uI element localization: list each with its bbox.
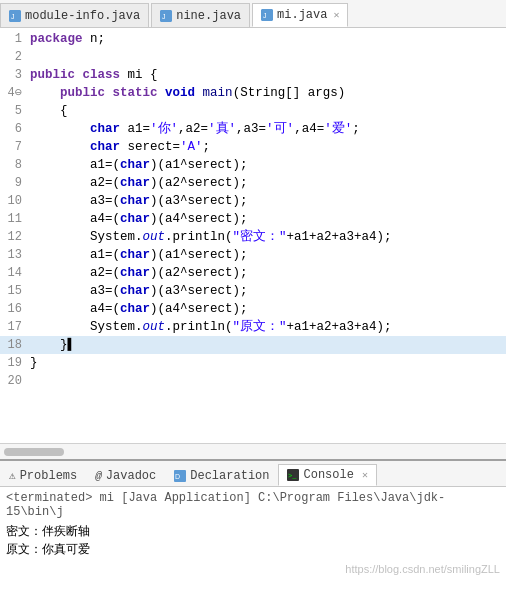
tab-nine[interactable]: J nine.java bbox=[151, 3, 250, 27]
tab-javadoc-label: Javadoc bbox=[106, 469, 156, 483]
line-content-18: }▌ bbox=[30, 336, 506, 354]
tab-declaration[interactable]: D Declaration bbox=[165, 464, 278, 486]
line-content-14: a2=(char)(a2^serect); bbox=[30, 264, 506, 282]
line-num-17: 17 bbox=[0, 318, 30, 336]
svg-text:J: J bbox=[11, 13, 15, 20]
code-line-1: 1 package n; bbox=[0, 30, 506, 48]
line-num-9: 9 bbox=[0, 174, 30, 192]
line-content-2 bbox=[30, 48, 506, 66]
code-line-12: 12 System.out.println("密文："+a1+a2+a3+a4)… bbox=[0, 228, 506, 246]
line-content-12: System.out.println("密文："+a1+a2+a3+a4); bbox=[30, 228, 506, 246]
line-num-20: 20 bbox=[0, 372, 30, 390]
line-num-5: 5 bbox=[0, 102, 30, 120]
line-num-15: 15 bbox=[0, 282, 30, 300]
console-icon: >_ bbox=[287, 469, 299, 481]
code-line-5: 5 { bbox=[0, 102, 506, 120]
code-line-19: 19 } bbox=[0, 354, 506, 372]
code-area: 1 package n; 2 3 public class mi { 4⊖ pu… bbox=[0, 28, 506, 392]
horizontal-scrollbar[interactable] bbox=[0, 443, 506, 459]
declaration-icon: D bbox=[174, 470, 186, 482]
line-num-8: 8 bbox=[0, 156, 30, 174]
bottom-panel: ⚠ Problems @ Javadoc D Declaration >_ Co… bbox=[0, 459, 506, 599]
line-content-19: } bbox=[30, 354, 506, 372]
bottom-tab-bar: ⚠ Problems @ Javadoc D Declaration >_ Co… bbox=[0, 461, 506, 487]
tab-mi[interactable]: J mi.java ✕ bbox=[252, 3, 348, 27]
tab-mi-close[interactable]: ✕ bbox=[333, 9, 339, 21]
code-line-4: 4⊖ public static void main(String[] args… bbox=[0, 84, 506, 102]
tab-problems-label: Problems bbox=[20, 469, 78, 483]
output-line-1: 密文：伴疾断轴 bbox=[6, 523, 500, 541]
code-line-16: 16 a4=(char)(a4^serect); bbox=[0, 300, 506, 318]
line-content-7: char serect='A'; bbox=[30, 138, 506, 156]
code-editor: 1 package n; 2 3 public class mi { 4⊖ pu… bbox=[0, 28, 506, 443]
code-line-15: 15 a3=(char)(a3^serect); bbox=[0, 282, 506, 300]
line-num-16: 16 bbox=[0, 300, 30, 318]
java-file-icon: J bbox=[9, 10, 21, 22]
code-line-3: 3 public class mi { bbox=[0, 66, 506, 84]
code-line-11: 11 a4=(char)(a4^serect); bbox=[0, 210, 506, 228]
tab-module-info-label: module-info.java bbox=[25, 9, 140, 23]
tab-console[interactable]: >_ Console ✕ bbox=[278, 464, 376, 486]
line-content-1: package n; bbox=[30, 30, 506, 48]
line-content-6: char a1='你',a2='真',a3='可',a4='爱'; bbox=[30, 120, 506, 138]
tab-problems[interactable]: ⚠ Problems bbox=[0, 464, 86, 486]
line-num-13: 13 bbox=[0, 246, 30, 264]
svg-text:J: J bbox=[162, 13, 166, 20]
code-line-7: 7 char serect='A'; bbox=[0, 138, 506, 156]
line-content-8: a1=(char)(a1^serect); bbox=[30, 156, 506, 174]
line-content-16: a4=(char)(a4^serect); bbox=[30, 300, 506, 318]
javadoc-icon: @ bbox=[95, 470, 102, 482]
line-num-18: 18 bbox=[0, 336, 30, 354]
tab-console-label: Console bbox=[303, 468, 353, 482]
line-num-3: 3 bbox=[0, 66, 30, 84]
tab-mi-label: mi.java bbox=[277, 8, 327, 22]
tab-console-close[interactable]: ✕ bbox=[362, 469, 368, 481]
code-line-14: 14 a2=(char)(a2^serect); bbox=[0, 264, 506, 282]
watermark: https://blog.csdn.net/smilingZLL bbox=[6, 563, 500, 575]
line-num-11: 11 bbox=[0, 210, 30, 228]
terminated-line: <terminated> mi [Java Application] C:\Pr… bbox=[6, 491, 500, 519]
line-num-10: 10 bbox=[0, 192, 30, 210]
editor-tab-bar: J module-info.java J nine.java J mi.java… bbox=[0, 0, 506, 28]
java-file-icon-2: J bbox=[160, 10, 172, 22]
tab-javadoc[interactable]: @ Javadoc bbox=[86, 464, 165, 486]
line-content-11: a4=(char)(a4^serect); bbox=[30, 210, 506, 228]
line-num-14: 14 bbox=[0, 264, 30, 282]
line-content-5: { bbox=[30, 102, 506, 120]
line-num-1: 1 bbox=[0, 30, 30, 48]
svg-text:J: J bbox=[263, 12, 267, 19]
line-num-7: 7 bbox=[0, 138, 30, 156]
code-line-17: 17 System.out.println("原文："+a1+a2+a3+a4)… bbox=[0, 318, 506, 336]
code-line-10: 10 a3=(char)(a3^serect); bbox=[0, 192, 506, 210]
tab-module-info[interactable]: J module-info.java bbox=[0, 3, 149, 27]
line-content-4: public static void main(String[] args) bbox=[30, 84, 506, 102]
line-content-20 bbox=[30, 372, 506, 390]
output-line-2: 原文：你真可爱 bbox=[6, 541, 500, 559]
tab-declaration-label: Declaration bbox=[190, 469, 269, 483]
code-line-2: 2 bbox=[0, 48, 506, 66]
code-line-9: 9 a2=(char)(a2^serect); bbox=[0, 174, 506, 192]
svg-text:D: D bbox=[175, 473, 180, 480]
line-content-10: a3=(char)(a3^serect); bbox=[30, 192, 506, 210]
line-num-2: 2 bbox=[0, 48, 30, 66]
svg-text:>_: >_ bbox=[288, 472, 297, 480]
code-line-6: 6 char a1='你',a2='真',a3='可',a4='爱'; bbox=[0, 120, 506, 138]
code-line-18: 18 }▌ bbox=[0, 336, 506, 354]
java-file-icon-3: J bbox=[261, 9, 273, 21]
line-content-9: a2=(char)(a2^serect); bbox=[30, 174, 506, 192]
tab-nine-label: nine.java bbox=[176, 9, 241, 23]
line-num-12: 12 bbox=[0, 228, 30, 246]
console-output: <terminated> mi [Java Application] C:\Pr… bbox=[0, 487, 506, 599]
problems-icon: ⚠ bbox=[9, 469, 16, 482]
line-num-4: 4⊖ bbox=[0, 84, 30, 102]
code-line-13: 13 a1=(char)(a1^serect); bbox=[0, 246, 506, 264]
line-num-19: 19 bbox=[0, 354, 30, 372]
code-line-8: 8 a1=(char)(a1^serect); bbox=[0, 156, 506, 174]
line-content-17: System.out.println("原文："+a1+a2+a3+a4); bbox=[30, 318, 506, 336]
code-line-20: 20 bbox=[0, 372, 506, 390]
line-content-13: a1=(char)(a1^serect); bbox=[30, 246, 506, 264]
scroll-thumb[interactable] bbox=[4, 448, 64, 456]
line-num-6: 6 bbox=[0, 120, 30, 138]
line-content-15: a3=(char)(a3^serect); bbox=[30, 282, 506, 300]
line-content-3: public class mi { bbox=[30, 66, 506, 84]
